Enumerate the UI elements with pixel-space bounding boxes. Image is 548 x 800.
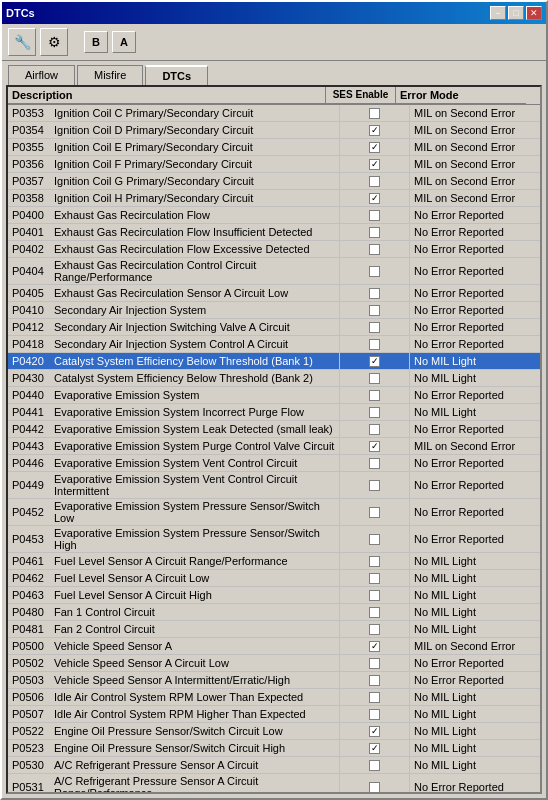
checkbox[interactable] (369, 726, 380, 737)
checkbox[interactable] (369, 305, 380, 316)
table-row[interactable]: P0449Evaporative Emission System Vent Co… (8, 472, 540, 499)
cell-ses-enable[interactable] (340, 370, 410, 386)
maximize-button[interactable]: □ (508, 6, 524, 20)
table-row[interactable]: P0405Exhaust Gas Recirculation Sensor A … (8, 285, 540, 302)
checkbox[interactable] (369, 390, 380, 401)
cell-ses-enable[interactable] (340, 190, 410, 206)
checkbox[interactable] (369, 658, 380, 669)
cell-ses-enable[interactable] (340, 302, 410, 318)
cell-ses-enable[interactable] (340, 224, 410, 240)
checkbox[interactable] (369, 534, 380, 545)
cell-ses-enable[interactable] (340, 207, 410, 223)
cell-ses-enable[interactable] (340, 258, 410, 284)
cell-ses-enable[interactable] (340, 526, 410, 552)
checkbox[interactable] (369, 424, 380, 435)
cell-ses-enable[interactable] (340, 173, 410, 189)
checkbox[interactable] (369, 641, 380, 652)
close-button[interactable]: ✕ (526, 6, 542, 20)
checkbox[interactable] (369, 675, 380, 686)
cell-ses-enable[interactable] (340, 241, 410, 257)
table-body[interactable]: P0353Ignition Coil C Primary/Secondary C… (8, 105, 540, 792)
table-row[interactable]: P0412Secondary Air Injection Switching V… (8, 319, 540, 336)
table-row[interactable]: P0441Evaporative Emission System Incorre… (8, 404, 540, 421)
cell-ses-enable[interactable] (340, 672, 410, 688)
checkbox[interactable] (369, 339, 380, 350)
checkbox[interactable] (369, 356, 380, 367)
checkbox[interactable] (369, 373, 380, 384)
table-row[interactable]: P0452Evaporative Emission System Pressur… (8, 499, 540, 526)
table-row[interactable]: P0443Evaporative Emission System Purge C… (8, 438, 540, 455)
cell-ses-enable[interactable] (340, 570, 410, 586)
table-row[interactable]: P0481Fan 2 Control CircuitNo MIL Light (8, 621, 540, 638)
cell-ses-enable[interactable] (340, 455, 410, 471)
checkbox[interactable] (369, 458, 380, 469)
table-row[interactable]: P0430Catalyst System Efficiency Below Th… (8, 370, 540, 387)
table-row[interactable]: P0530A/C Refrigerant Pressure Sensor A C… (8, 757, 540, 774)
table-row[interactable]: P0401Exhaust Gas Recirculation Flow Insu… (8, 224, 540, 241)
cell-ses-enable[interactable] (340, 774, 410, 792)
tab-misfire[interactable]: Misfire (77, 65, 143, 85)
checkbox[interactable] (369, 480, 380, 491)
cell-ses-enable[interactable] (340, 353, 410, 369)
table-row[interactable]: P0461Fuel Level Sensor A Circuit Range/P… (8, 553, 540, 570)
cell-ses-enable[interactable] (340, 723, 410, 739)
checkbox[interactable] (369, 227, 380, 238)
checkbox[interactable] (369, 709, 380, 720)
cell-ses-enable[interactable] (340, 655, 410, 671)
cell-ses-enable[interactable] (340, 689, 410, 705)
checkbox[interactable] (369, 159, 380, 170)
cell-ses-enable[interactable] (340, 404, 410, 420)
checkbox[interactable] (369, 590, 380, 601)
table-row[interactable]: P0503Vehicle Speed Sensor A Intermittent… (8, 672, 540, 689)
table-row[interactable]: P0353Ignition Coil C Primary/Secondary C… (8, 105, 540, 122)
table-row[interactable]: P0402Exhaust Gas Recirculation Flow Exce… (8, 241, 540, 258)
checkbox[interactable] (369, 210, 380, 221)
table-row[interactable]: P0480Fan 1 Control CircuitNo MIL Light (8, 604, 540, 621)
table-row[interactable]: P0442Evaporative Emission System Leak De… (8, 421, 540, 438)
checkbox[interactable] (369, 407, 380, 418)
cell-ses-enable[interactable] (340, 472, 410, 498)
table-row[interactable]: P0440Evaporative Emission SystemNo Error… (8, 387, 540, 404)
table-row[interactable]: P0462Fuel Level Sensor A Circuit LowNo M… (8, 570, 540, 587)
cell-ses-enable[interactable] (340, 139, 410, 155)
table-row[interactable]: P0531A/C Refrigerant Pressure Sensor A C… (8, 774, 540, 792)
tool-icon-1[interactable]: 🔧 (8, 28, 36, 56)
table-row[interactable]: P0502Vehicle Speed Sensor A Circuit LowN… (8, 655, 540, 672)
cell-ses-enable[interactable] (340, 319, 410, 335)
cell-ses-enable[interactable] (340, 387, 410, 403)
checkbox[interactable] (369, 607, 380, 618)
cell-ses-enable[interactable] (340, 285, 410, 301)
table-row[interactable]: P0355Ignition Coil E Primary/Secondary C… (8, 139, 540, 156)
table-row[interactable]: P0400Exhaust Gas Recirculation FlowNo Er… (8, 207, 540, 224)
cell-ses-enable[interactable] (340, 638, 410, 654)
checkbox[interactable] (369, 692, 380, 703)
checkbox[interactable] (369, 266, 380, 277)
cell-ses-enable[interactable] (340, 421, 410, 437)
checkbox[interactable] (369, 760, 380, 771)
cell-ses-enable[interactable] (340, 587, 410, 603)
cell-ses-enable[interactable] (340, 706, 410, 722)
btn-b[interactable]: B (84, 31, 108, 53)
cell-ses-enable[interactable] (340, 438, 410, 454)
cell-ses-enable[interactable] (340, 105, 410, 121)
cell-ses-enable[interactable] (340, 122, 410, 138)
minimize-button[interactable]: − (490, 6, 506, 20)
checkbox[interactable] (369, 507, 380, 518)
checkbox[interactable] (369, 556, 380, 567)
checkbox[interactable] (369, 322, 380, 333)
table-row[interactable]: P0453Evaporative Emission System Pressur… (8, 526, 540, 553)
table-row[interactable]: P0506Idle Air Control System RPM Lower T… (8, 689, 540, 706)
table-row[interactable]: P0522Engine Oil Pressure Sensor/Switch C… (8, 723, 540, 740)
table-row[interactable]: P0354Ignition Coil D Primary/Secondary C… (8, 122, 540, 139)
table-row[interactable]: P0500Vehicle Speed Sensor AMIL on Second… (8, 638, 540, 655)
checkbox[interactable] (369, 624, 380, 635)
checkbox[interactable] (369, 125, 380, 136)
checkbox[interactable] (369, 176, 380, 187)
cell-ses-enable[interactable] (340, 757, 410, 773)
table-row[interactable]: P0404Exhaust Gas Recirculation Control C… (8, 258, 540, 285)
checkbox[interactable] (369, 142, 380, 153)
table-row[interactable]: P0446Evaporative Emission System Vent Co… (8, 455, 540, 472)
table-row[interactable]: P0507Idle Air Control System RPM Higher … (8, 706, 540, 723)
checkbox[interactable] (369, 244, 380, 255)
table-row[interactable]: P0358Ignition Coil H Primary/Secondary C… (8, 190, 540, 207)
